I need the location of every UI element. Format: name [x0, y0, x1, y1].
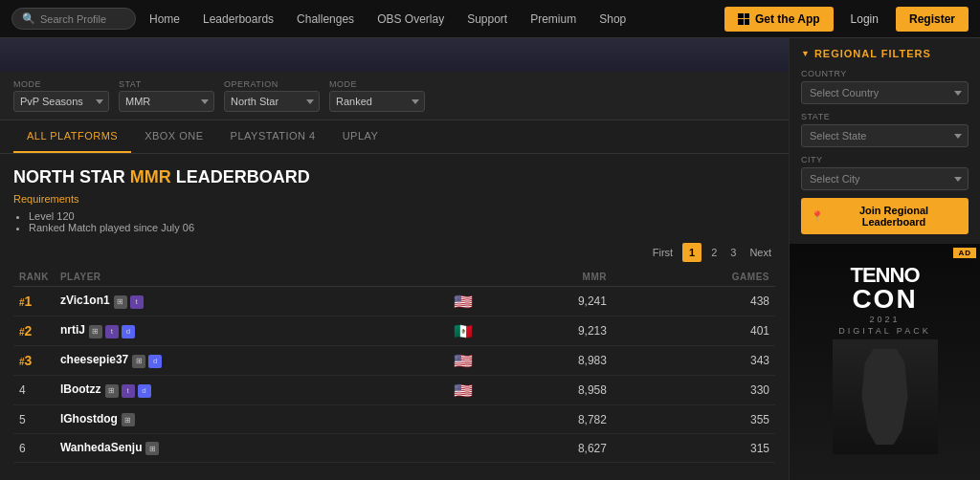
ad-line2: CON [851, 286, 920, 313]
mmr-cell: 9,213 [479, 316, 612, 346]
req-item-2: Ranked Match played since July 06 [29, 222, 775, 233]
playstation-icon: ⊞ [89, 325, 102, 338]
location-pin-icon: 📍 [811, 210, 824, 223]
flag-icon: 🇺🇸 [452, 382, 473, 395]
flag-cell: 🇺🇸 [431, 376, 479, 405]
search-bar[interactable]: 🔍 Search Profile [11, 8, 136, 30]
stat-filter-group: STAT MMR [119, 79, 214, 112]
pagination-next[interactable]: Next [746, 245, 775, 260]
table-row[interactable]: 6WanhedaSenju⊞8,627315 [13, 434, 775, 463]
city-field: City Select City [801, 155, 969, 190]
operation-label: OPERATION [224, 79, 320, 89]
country-field: Country Select Country [801, 69, 969, 104]
operation-select[interactable]: North Star [224, 91, 320, 112]
regional-filters: Regional Filters Country Select Country … [790, 38, 980, 244]
board-title-end: LEADERBOARD [171, 167, 310, 186]
mmr-cell: 8,958 [479, 376, 612, 405]
get-app-button[interactable]: Get the App [724, 7, 834, 32]
ad-title: TENNO CON [851, 265, 920, 313]
platform-icons: ⊞d [132, 355, 162, 368]
table-row[interactable]: 4lBootzz⊞td🇺🇸8,958330 [13, 376, 775, 405]
tab-playstation4[interactable]: PlayStation 4 [217, 120, 329, 153]
player-name: lBootzz [60, 382, 101, 396]
state-select[interactable]: Select State [801, 124, 969, 147]
games-cell: 438 [612, 287, 775, 316]
playstation-icon: ⊞ [122, 413, 135, 426]
city-label: City [801, 155, 969, 164]
discord-icon: d [138, 384, 151, 398]
leaderboard-content: NORTH STAR MMR LEADERBOARD Requirements … [0, 154, 789, 480]
login-button[interactable]: Login [837, 7, 892, 32]
platform-icons: ⊞td [89, 325, 135, 338]
player-cell: WanhedaSenju⊞ [55, 434, 431, 463]
pagination-page-2[interactable]: 2 [707, 245, 721, 260]
mode2-label: MODE [329, 79, 425, 89]
rank-cell: 6 [13, 434, 55, 463]
join-regional-button[interactable]: 📍 Join Regional Leaderboard [801, 198, 969, 234]
nav-challenges[interactable]: Challenges [287, 0, 364, 38]
register-button[interactable]: Register [896, 7, 969, 32]
table-row[interactable]: #2nrtiJ⊞td🇲🇽9,213401 [13, 316, 775, 346]
nav-premium[interactable]: Premium [521, 0, 586, 38]
games-cell: 401 [612, 316, 775, 346]
pagination-page-3[interactable]: 3 [726, 245, 740, 260]
flag-cell [431, 434, 479, 463]
tab-xbox-one[interactable]: Xbox One [131, 120, 216, 153]
nav-support[interactable]: Support [457, 0, 517, 38]
col-rank: Rank [13, 268, 55, 287]
right-sidebar: Regional Filters Country Select Country … [789, 38, 980, 480]
player-cell: cheesepie37⊞d [55, 346, 431, 376]
twitch-icon: t [122, 384, 135, 398]
nav-leaderboards[interactable]: Leaderboards [193, 0, 283, 38]
twitch-icon: t [130, 295, 144, 309]
flag-icon: 🇺🇸 [452, 293, 473, 306]
tab-uplay[interactable]: Uplay [329, 120, 392, 153]
nav-home[interactable]: Home [140, 0, 189, 38]
games-cell: 330 [612, 376, 775, 405]
flag-icon [452, 440, 473, 453]
operation-filter-group: OPERATION North Star [224, 79, 320, 112]
board-title-highlight: MMR [130, 167, 171, 186]
ad-banner: AD TENNO CON 2021 DIGITAL PACK [790, 244, 980, 480]
table-row[interactable]: 5lGhostdog⊞8,782355 [13, 405, 775, 434]
content-area: MODE PvP Seasons STAT MMR OPERATION Nort… [0, 38, 789, 480]
table-row[interactable]: #3cheesepie37⊞d🇺🇸8,983343 [13, 346, 775, 376]
games-cell: 315 [612, 434, 775, 463]
mode-select[interactable]: PvP Seasons [13, 91, 109, 112]
mmr-cell: 8,983 [479, 346, 612, 376]
rank-cell: #3 [13, 346, 55, 376]
nav-obs-overlay[interactable]: OBS Overlay [368, 0, 454, 38]
city-select[interactable]: Select City [801, 167, 969, 190]
mode-label: MODE [13, 79, 109, 89]
rf-title: Regional Filters [801, 48, 969, 59]
leaderboard-table: Rank Player MMR Games #1zVic1on1⊞t🇺🇸9,24… [13, 268, 775, 463]
navbar: 🔍 Search Profile Home Leaderboards Chall… [0, 0, 980, 38]
state-label: State [801, 112, 969, 121]
stat-select[interactable]: MMR [119, 91, 214, 112]
req-item-1: Level 120 [29, 210, 775, 222]
playstation-icon: ⊞ [105, 384, 119, 398]
rank-cell: #1 [13, 287, 55, 316]
ad-figure [833, 339, 938, 454]
player-name: WanhedaSenju [60, 441, 143, 454]
player-cell: nrtiJ⊞td [55, 316, 431, 346]
player-name: zVic1on1 [60, 294, 110, 307]
player-cell: zVic1on1⊞t [55, 287, 431, 316]
pagination-page-1[interactable]: 1 [682, 243, 702, 262]
col-mmr: MMR [479, 268, 612, 287]
games-cell: 343 [612, 346, 775, 376]
flag-cell: 🇺🇸 [431, 287, 479, 316]
mode2-select[interactable]: Ranked [329, 91, 425, 112]
nav-shop[interactable]: Shop [590, 0, 635, 38]
flag-cell: 🇲🇽 [431, 316, 479, 346]
table-row[interactable]: #1zVic1on1⊞t🇺🇸9,241438 [13, 287, 775, 316]
flag-cell: 🇺🇸 [431, 346, 479, 376]
ad-badge: AD [953, 248, 976, 258]
platform-icons: ⊞ [122, 413, 135, 426]
requirements-label: Requirements [13, 193, 775, 205]
country-label: Country [801, 69, 969, 78]
country-select[interactable]: Select Country [801, 81, 969, 104]
tab-all-platforms[interactable]: All Platforms [13, 120, 131, 153]
pagination-first[interactable]: First [649, 245, 677, 260]
player-name: lGhostdog [60, 412, 118, 425]
